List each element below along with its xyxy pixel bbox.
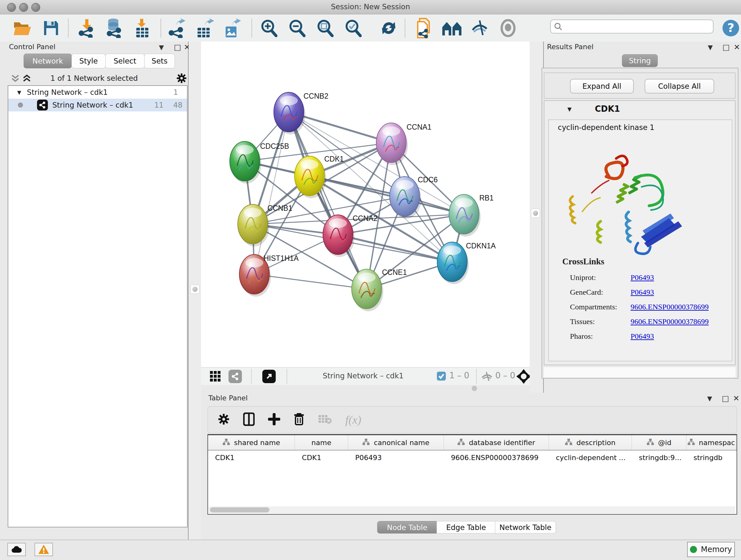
column-header-description[interactable]: description — [549, 435, 632, 450]
panel-menu-icon[interactable]: ▼ — [708, 44, 713, 51]
table-cell[interactable]: P06493 — [348, 450, 444, 464]
crosslink-value-link[interactable]: 9606.ENSP00000378699 — [630, 303, 709, 311]
network-node-HIST1H1A[interactable]: HIST1H1A — [239, 254, 299, 297]
tab-style[interactable]: Style — [71, 54, 106, 68]
expand-all-button[interactable]: Expand All — [570, 79, 634, 94]
birds-eye-view-icon[interactable] — [209, 370, 221, 384]
collapse-all-networks-icon[interactable] — [11, 73, 20, 84]
new-network-from-selection-icon[interactable] — [414, 18, 434, 38]
crosslink-value-link[interactable]: P06493 — [630, 288, 654, 297]
table-cell[interactable]: CDK1 — [295, 450, 348, 464]
table-hscrollbar[interactable] — [209, 506, 735, 513]
pan-crosshair-icon[interactable] — [516, 369, 531, 385]
network-node-CCNB2[interactable]: CCNB2 — [274, 92, 328, 134]
left-splitter-handle[interactable] — [191, 285, 199, 294]
collection-expand-icon[interactable]: ▼ — [17, 89, 21, 96]
results-scrollbar-track[interactable] — [544, 367, 736, 377]
search-input[interactable] — [562, 22, 704, 31]
network-edge[interactable] — [254, 112, 289, 274]
panel-float-icon[interactable]: □ — [174, 43, 181, 52]
column-header-namespac[interactable]: namespac — [686, 435, 736, 450]
delete-column-icon[interactable] — [293, 413, 305, 427]
network-node-CCNA2[interactable]: CCNA2 — [323, 214, 378, 257]
first-neighbors-icon[interactable] — [442, 18, 462, 38]
network-node-CCNA1[interactable]: CCNA1 — [376, 123, 431, 165]
show-all-icon[interactable] — [498, 18, 518, 38]
cloud-status-button[interactable] — [7, 543, 26, 556]
tab-select[interactable]: Select — [105, 54, 145, 68]
network-edge[interactable] — [289, 112, 367, 289]
export-image-icon[interactable] — [222, 18, 243, 38]
zoom-in-icon[interactable] — [259, 18, 280, 38]
network-row[interactable]: String Network – cdk1 11 48 — [8, 99, 187, 111]
table-row[interactable]: CDK1CDK1P064939606.ENSP00000378699cyclin… — [208, 450, 737, 464]
tab-string[interactable]: String — [622, 54, 658, 67]
zoom-fit-icon[interactable] — [315, 18, 336, 38]
panel-menu-icon[interactable]: ▼ — [707, 395, 712, 402]
network-share-icon[interactable] — [228, 370, 242, 383]
table-cell[interactable]: cyclin-dependent ... — [549, 450, 632, 464]
panel-float-icon[interactable]: □ — [723, 43, 730, 52]
memory-button[interactable]: Memory — [687, 542, 735, 557]
import-network-from-database-icon[interactable] — [104, 18, 125, 38]
import-table-from-file-icon[interactable] — [132, 18, 152, 38]
column-header-canonical-name[interactable]: canonical name — [348, 435, 444, 450]
detach-view-icon[interactable] — [262, 370, 276, 383]
export-network-icon[interactable] — [166, 18, 187, 38]
apply-preferred-layout-icon[interactable] — [379, 18, 399, 38]
network-node-CCNB1[interactable]: CCNB1 — [238, 204, 292, 246]
table-cell[interactable]: stringdb — [686, 450, 736, 464]
network-node-CDC6[interactable]: CDC6 — [390, 176, 438, 219]
network-node-CDKN1A[interactable]: CDKN1A — [437, 242, 496, 284]
expand-all-networks-icon[interactable] — [22, 73, 31, 84]
network-node-RB1[interactable]: RB1 — [449, 194, 494, 237]
tab-sets[interactable]: Sets — [144, 54, 175, 68]
zoom-selected-icon[interactable] — [343, 18, 364, 38]
export-table-icon[interactable] — [195, 18, 215, 38]
column-header-shared-name[interactable]: shared name — [208, 435, 295, 450]
right-splitter-handle[interactable] — [531, 209, 540, 218]
network-options-gear-icon[interactable] — [176, 73, 187, 85]
add-column-icon[interactable] — [268, 413, 280, 427]
warning-status-button[interactable] — [35, 543, 53, 556]
table-settings-gear-icon[interactable] — [218, 413, 230, 427]
network-edge[interactable] — [310, 176, 464, 214]
network-edge[interactable] — [254, 274, 367, 289]
import-network-from-file-icon[interactable] — [77, 18, 97, 38]
selected-nodes-checkbox-icon[interactable] — [436, 371, 446, 382]
tab-edge-table[interactable]: Edge Table — [436, 521, 495, 534]
right-splitter[interactable] — [530, 42, 543, 393]
show-columns-icon[interactable] — [243, 413, 255, 427]
tab-network[interactable]: Network — [23, 54, 72, 68]
save-session-icon[interactable] — [41, 18, 61, 38]
network-collection-row[interactable]: ▼ String Network – cdk1 1 — [8, 86, 187, 99]
table-cell[interactable]: 9606.ENSP00000378699 — [444, 450, 549, 464]
open-session-icon[interactable] — [12, 18, 32, 38]
zoom-out-icon[interactable] — [287, 18, 308, 38]
crosslink-value-link[interactable]: P06493 — [630, 332, 654, 341]
search-field[interactable] — [550, 19, 714, 34]
column-header-database-identifier[interactable]: database identifier — [444, 435, 549, 450]
tab-network-table[interactable]: Network Table — [495, 521, 556, 534]
network-node-CDC25B[interactable]: CDC25B — [230, 141, 289, 184]
column-header-name[interactable]: name — [295, 435, 348, 450]
table-hscrollbar-thumb[interactable] — [210, 507, 269, 512]
table-cell[interactable]: CDK1 — [208, 450, 295, 464]
hide-selected-icon[interactable] — [470, 18, 490, 38]
help-icon[interactable]: ? — [721, 18, 741, 38]
tab-node-table[interactable]: Node Table — [377, 521, 437, 534]
panel-close-icon[interactable]: ✕ — [734, 43, 740, 52]
left-splitter[interactable] — [189, 42, 201, 540]
crosslink-value-link[interactable]: 9606.ENSP00000378699 — [630, 317, 709, 326]
collapse-all-button[interactable]: Collapse All — [645, 79, 714, 94]
panel-menu-icon[interactable]: ▼ — [159, 44, 164, 51]
crosslink-value-link[interactable]: P06493 — [630, 273, 654, 282]
network-canvas[interactable]: CCNB2CCNA1CDC25BCDK1CDC6RB1CCNB1CCNA2CDK… — [201, 42, 530, 367]
horizontal-splitter-handle[interactable] — [472, 386, 477, 391]
network-node-CCNE1[interactable]: CCNE1 — [352, 268, 407, 311]
panel-float-icon[interactable]: □ — [722, 394, 729, 403]
gene-expand-icon[interactable]: ▼ — [567, 106, 571, 112]
column-header--id[interactable]: @id — [632, 435, 686, 450]
network-graph[interactable]: CCNB2CCNA1CDC25BCDK1CDC6RB1CCNB1CCNA2CDK… — [201, 42, 530, 367]
table-cell[interactable]: stringdb:9... — [632, 450, 686, 464]
